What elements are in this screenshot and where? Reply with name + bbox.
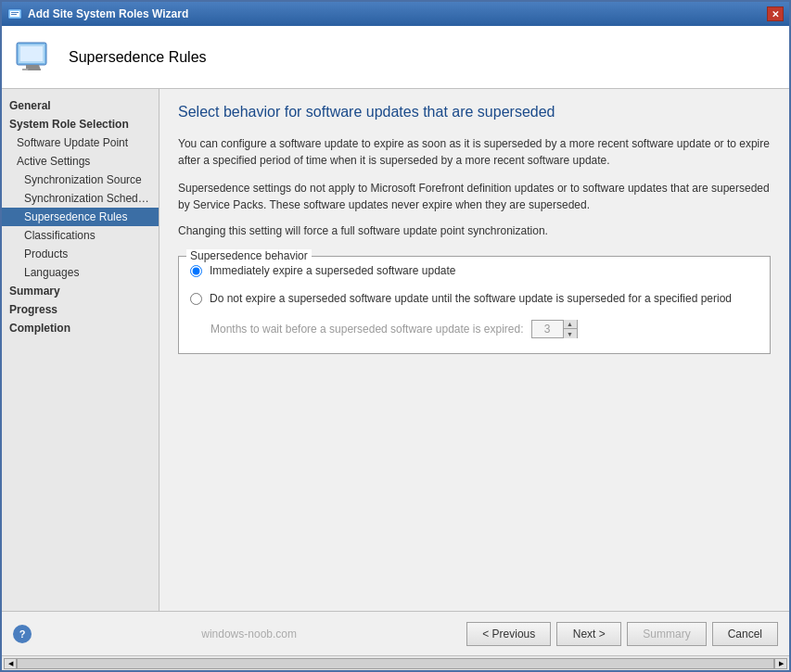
svg-rect-8 [20,46,43,61]
watermark: windows-noob.com [32,628,466,640]
months-row: Months to wait before a superseded softw… [211,320,759,338]
spinner-down[interactable]: ▼ [564,329,577,338]
sidebar-item-progress[interactable]: Progress [2,300,159,319]
header-title: Supersedence Rules [69,49,207,66]
sidebar-item-system-role-selection[interactable]: System Role Selection [2,115,159,133]
sidebar-item-supersedence-rules[interactable]: Supersedence Rules [2,208,159,226]
main-body: General System Role Selection Software U… [2,89,789,611]
header-area: Supersedence Rules [2,26,789,89]
svg-rect-3 [11,14,17,15]
sidebar-item-synchronization-source[interactable]: Synchronization Source [2,171,159,189]
months-label: Months to wait before a superseded softw… [211,323,524,336]
title-bar-icon [7,6,22,21]
option1-row: Immediately expire a superseded software… [190,264,759,277]
sidebar-item-products[interactable]: Products [2,245,159,263]
footer-left: ? [13,625,32,643]
sidebar-item-completion[interactable]: Completion [2,319,159,337]
footer-buttons: < Previous Next > Summary Cancel [466,622,778,646]
title-bar-left: Add Site System Roles Wizard [7,6,188,21]
sidebar: General System Role Selection Software U… [2,89,159,611]
scrollbar: ◀ ▶ [2,655,789,670]
behavior-box: Supersedence behavior Immediately expire… [178,256,771,354]
option2-radio[interactable] [190,293,202,305]
sidebar-item-classifications[interactable]: Classifications [2,226,159,245]
help-button[interactable]: ? [13,625,32,643]
option2-row: Do not expire a superseded software upda… [190,292,759,305]
wizard-window: Add Site System Roles Wizard ✕ Supersede… [0,0,791,672]
description1: You can configure a software update to e… [178,135,771,169]
previous-button[interactable]: < Previous [466,622,551,646]
sidebar-item-languages[interactable]: Languages [2,263,159,282]
summary-button[interactable]: Summary [627,622,706,646]
sidebar-item-software-update-point[interactable]: Software Update Point [2,133,159,152]
close-button[interactable]: ✕ [767,6,784,21]
option1-radio[interactable] [190,265,202,277]
next-button[interactable]: Next > [556,622,621,646]
page-title: Select behavior for software updates tha… [178,104,771,120]
content-area: Select behavior for software updates tha… [159,89,789,611]
scrollbar-track[interactable] [17,658,774,669]
scroll-left[interactable]: ◀ [4,658,17,669]
scroll-right[interactable]: ▶ [774,658,787,669]
option1-label: Immediately expire a superseded software… [210,264,455,277]
header-wizard-icon [13,35,57,80]
sidebar-item-general[interactable]: General [2,96,159,115]
behavior-legend: Supersedence behavior [186,249,312,262]
option2-label: Do not expire a superseded software upda… [210,292,732,305]
months-value: 3 [532,321,563,337]
months-spinner[interactable]: 3 ▲ ▼ [531,320,578,338]
sidebar-item-summary[interactable]: Summary [2,282,159,300]
spinner-arrows: ▲ ▼ [563,320,577,338]
title-bar-text: Add Site System Roles Wizard [28,7,188,20]
sidebar-item-synchronization-schedule[interactable]: Synchronization Schedul... [2,189,159,208]
description2: Supersedence settings do not apply to Mi… [178,180,771,213]
cancel-button[interactable]: Cancel [712,622,778,646]
title-bar: Add Site System Roles Wizard ✕ [2,2,789,26]
spinner-up[interactable]: ▲ [564,320,577,329]
change-note: Changing this setting will force a full … [178,224,771,237]
footer: ? windows-noob.com < Previous Next > Sum… [2,611,789,655]
sidebar-item-active-settings[interactable]: Active Settings [2,152,159,171]
svg-rect-2 [11,12,19,13]
